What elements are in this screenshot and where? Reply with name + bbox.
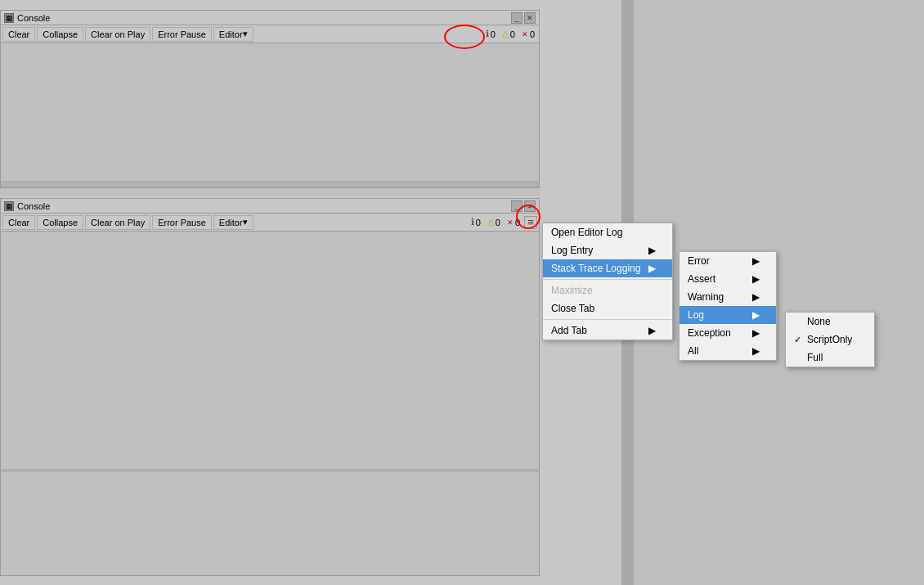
sub-menu-item-exception[interactable]: Exception ▶ <box>680 324 776 342</box>
console2-error-pause-btn[interactable]: Error Pause <box>152 215 212 230</box>
console1-error-pause-btn[interactable]: Error Pause <box>152 27 212 42</box>
console1-toolbar: Clear Collapse Clear on Play Error Pause… <box>1 25 539 43</box>
console1-editor-btn[interactable]: Editor ▾ <box>213 27 253 42</box>
sub-menu-item-warning[interactable]: Warning ▶ <box>680 288 776 306</box>
console2-info-number: 0 <box>476 218 481 227</box>
log-entry-arrow: ▶ <box>648 245 656 256</box>
log-arrow: ▶ <box>752 309 760 321</box>
console1-warn-count[interactable]: △ 0 <box>500 28 518 40</box>
console1-title-bar: ▦ Console _ ✕ <box>1 11 539 25</box>
right-panel <box>634 0 924 585</box>
third-menu-item-scriptonly[interactable]: ✓ ScriptOnly <box>786 331 874 349</box>
console2-err-icon: ✕ <box>507 218 514 227</box>
menu-label-open-editor-log: Open Editor Log <box>551 227 622 238</box>
console2-editor-label: Editor <box>219 218 243 227</box>
console2-min-btn[interactable]: _ <box>511 200 523 212</box>
menu-item-close-tab[interactable]: Close Tab <box>543 299 672 317</box>
console1-err-number: 0 <box>530 29 535 39</box>
stack-trace-arrow: ▶ <box>648 263 656 274</box>
menu-item-maximize: Maximize <box>543 281 672 299</box>
menu-sep-1 <box>543 279 672 280</box>
console1-warn-icon: △ <box>502 29 509 39</box>
menu-item-open-editor-log[interactable]: Open Editor Log <box>543 223 672 241</box>
console2-warn-number: 0 <box>496 218 500 227</box>
console2-toolbar: Clear Collapse Clear on Play Error Pause… <box>1 214 539 232</box>
sub-menu-item-all[interactable]: All ▶ <box>680 342 776 360</box>
console2-info-icon: ℹ <box>471 217 474 227</box>
third-menu-label-scriptonly: ScriptOnly <box>807 334 852 345</box>
sub-menu-label-all: All <box>688 345 698 357</box>
menu-item-log-entry[interactable]: Log Entry ▶ <box>543 241 672 259</box>
sub-menu-label-exception: Exception <box>688 327 731 339</box>
console1-editor-arrow: ▾ <box>243 29 248 39</box>
menu-item-stack-trace[interactable]: Stack Trace Logging ▶ <box>543 259 672 277</box>
console2-editor-btn[interactable]: Editor ▾ <box>213 215 253 230</box>
all-arrow: ▶ <box>752 345 760 357</box>
console1-min-btn[interactable]: _ <box>511 12 523 24</box>
console1-clear-btn[interactable]: Clear <box>2 27 35 42</box>
sub-context-menu: Error ▶ Assert ▶ Warning ▶ Log ▶ Excepti… <box>679 251 777 361</box>
console2-warn-count[interactable]: △ 0 <box>485 216 503 228</box>
console2-err-number: 0 <box>515 218 520 227</box>
console1-editor-label: Editor <box>219 29 243 39</box>
console1-title-controls: _ ✕ <box>511 12 536 24</box>
menu-label-close-tab: Close Tab <box>551 303 594 314</box>
sub-menu-label-log: Log <box>688 309 704 321</box>
console1-icon: ▦ <box>4 13 14 23</box>
console1-clear-on-play-btn[interactable]: Clear on Play <box>85 27 150 42</box>
console1-err-icon: ✕ <box>522 30 528 38</box>
third-menu-item-none[interactable]: None <box>786 313 874 331</box>
sub-menu-label-assert: Assert <box>688 273 715 285</box>
console1-title: Console <box>17 13 511 23</box>
console2-menu-btn[interactable]: ≡ <box>524 200 536 212</box>
menu-item-add-tab[interactable]: Add Tab ▶ <box>543 322 672 340</box>
console2-editor-arrow: ▾ <box>243 217 248 227</box>
console1-warn-number: 0 <box>510 29 515 39</box>
console2-body-top <box>1 232 539 477</box>
console-panel-2: ▦ Console _ ≡ Clear Collapse Clear on Pl… <box>0 198 540 576</box>
assert-arrow: ▶ <box>752 273 760 285</box>
main-context-menu: Open Editor Log Log Entry ▶ Stack Trace … <box>542 223 673 340</box>
console1-close-btn[interactable]: ✕ <box>524 12 536 24</box>
sub-menu-item-log[interactable]: Log ▶ <box>680 306 776 324</box>
console1-err-count[interactable]: ✕ 0 <box>519 29 537 40</box>
console2-clear-btn[interactable]: Clear <box>2 215 35 230</box>
console1-body <box>1 43 539 187</box>
third-menu-label-full: Full <box>807 352 823 363</box>
sub-menu-item-assert[interactable]: Assert ▶ <box>680 270 776 288</box>
panel-splitter[interactable] <box>0 188 540 196</box>
sub-menu-label-error: Error <box>688 255 710 267</box>
console1-info-count[interactable]: ℹ 0 <box>483 28 498 40</box>
console1-info-icon: ℹ <box>486 29 489 39</box>
scriptonly-checkmark: ✓ <box>794 335 804 345</box>
menu-label-add-tab: Add Tab <box>551 325 587 336</box>
console1-info-number: 0 <box>491 29 496 39</box>
third-menu-label-none: None <box>807 316 831 327</box>
error-arrow: ▶ <box>752 255 760 267</box>
warning-arrow: ▶ <box>752 291 760 303</box>
console2-info-count[interactable]: ℹ 0 <box>469 216 483 228</box>
console2-err-count[interactable]: ✕ 0 <box>505 217 523 228</box>
console2-title-bar: ▦ Console _ ≡ <box>1 199 539 214</box>
menu-label-stack-trace: Stack Trace Logging <box>551 263 640 274</box>
third-menu-item-full[interactable]: Full <box>786 349 874 367</box>
console2-warn-icon: △ <box>487 217 494 227</box>
console2-icon: ▦ <box>4 201 14 211</box>
console1-collapse-btn[interactable]: Collapse <box>37 27 83 42</box>
console2-title-controls: _ ≡ <box>511 200 536 212</box>
console2-body-bottom <box>1 472 539 575</box>
console2-title: Console <box>17 201 511 211</box>
console-panel-1: ▦ Console _ ✕ Clear Collapse Clear on Pl… <box>0 10 540 188</box>
menu-label-maximize: Maximize <box>551 285 593 296</box>
console2-hamburger-icon[interactable]: ≡ <box>524 216 537 229</box>
add-tab-arrow: ▶ <box>648 325 656 336</box>
console1-splitter[interactable] <box>1 181 539 187</box>
sub-menu-item-error[interactable]: Error ▶ <box>680 252 776 270</box>
console2-clear-on-play-btn[interactable]: Clear on Play <box>85 215 150 230</box>
console2-collapse-btn[interactable]: Collapse <box>37 215 83 230</box>
menu-label-log-entry: Log Entry <box>551 245 593 256</box>
exception-arrow: ▶ <box>752 327 760 339</box>
third-context-menu: None ✓ ScriptOnly Full <box>785 312 875 367</box>
menu-sep-2 <box>543 319 672 320</box>
sub-menu-label-warning: Warning <box>688 291 724 303</box>
